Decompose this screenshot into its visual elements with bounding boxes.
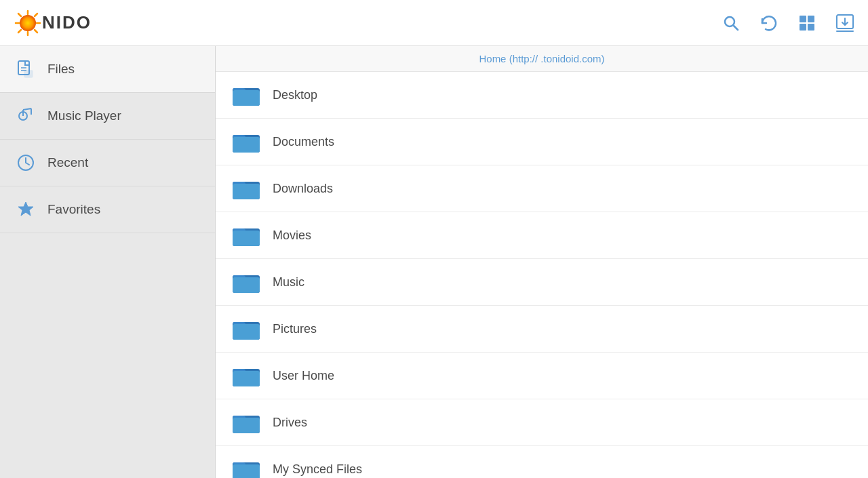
folder-name: Pictures — [273, 322, 317, 336]
svg-line-6 — [35, 14, 37, 16]
sidebar-item-favorites[interactable]: Favorites — [0, 186, 215, 233]
sidebar-recent-label: Recent — [47, 155, 88, 170]
svg-rect-14 — [808, 24, 814, 31]
svg-point-8 — [20, 15, 36, 31]
recent-icon — [15, 152, 37, 174]
svg-rect-13 — [800, 24, 806, 31]
download-manager-icon[interactable] — [835, 14, 854, 33]
folder-name: Downloads — [273, 182, 333, 196]
folder-name: Drives — [273, 416, 307, 430]
main-layout: Files Music Player Recent — [0, 46, 868, 478]
header: NIDO — [0, 0, 868, 46]
svg-rect-39 — [233, 324, 260, 340]
folder-icon — [232, 83, 260, 107]
svg-marker-27 — [18, 202, 33, 216]
music-icon — [15, 105, 37, 127]
svg-line-5 — [35, 30, 37, 33]
folder-list: Desktop Documents Downloads — [216, 72, 868, 478]
svg-line-24 — [23, 108, 31, 110]
folder-item[interactable]: Music — [216, 259, 868, 306]
svg-rect-35 — [233, 231, 260, 246]
folder-icon — [232, 457, 260, 478]
folder-name: Documents — [273, 135, 334, 149]
folder-item[interactable]: Drives — [216, 399, 868, 446]
refresh-icon[interactable] — [760, 14, 778, 33]
folder-name: User Home — [273, 369, 334, 383]
files-icon — [15, 58, 37, 80]
folder-item[interactable]: My Synced Files — [216, 446, 868, 478]
svg-rect-11 — [800, 16, 806, 22]
svg-rect-45 — [233, 464, 260, 478]
grid-icon[interactable] — [797, 14, 816, 33]
folder-icon — [232, 270, 260, 294]
folder-icon — [232, 176, 260, 201]
folder-name: Movies — [273, 228, 311, 243]
breadcrumb: Home (http:// .tonidoid.com) — [216, 46, 868, 72]
folder-icon — [232, 410, 260, 435]
svg-rect-37 — [233, 277, 260, 293]
svg-rect-22 — [24, 71, 33, 77]
sidebar-music-label: Music Player — [47, 108, 121, 123]
svg-line-10 — [734, 25, 738, 30]
favorites-icon — [15, 199, 37, 220]
svg-line-4 — [18, 14, 21, 16]
folder-icon — [232, 223, 260, 247]
svg-rect-41 — [233, 371, 260, 386]
sidebar-favorites-label: Favorites — [47, 202, 100, 217]
logo: NIDO — [14, 9, 92, 37]
sidebar-item-recent[interactable]: Recent — [0, 140, 215, 186]
folder-item[interactable]: Documents — [216, 119, 868, 165]
svg-line-7 — [18, 30, 21, 33]
folder-icon — [232, 130, 260, 154]
search-icon[interactable] — [722, 14, 741, 33]
content-area: Home (http:// .tonidoid.com) Desktop Doc… — [216, 46, 868, 478]
svg-rect-43 — [233, 418, 260, 433]
folder-item[interactable]: Downloads — [216, 165, 868, 212]
svg-rect-31 — [233, 137, 260, 153]
folder-name: Music — [273, 275, 304, 290]
folder-item[interactable]: User Home — [216, 353, 868, 399]
svg-rect-12 — [808, 16, 814, 22]
folder-name: My Synced Files — [273, 462, 362, 477]
folder-item[interactable]: Pictures — [216, 306, 868, 353]
svg-rect-29 — [233, 90, 260, 106]
sidebar-item-files[interactable]: Files — [0, 46, 215, 93]
sidebar-files-label: Files — [47, 62, 75, 77]
svg-rect-33 — [233, 184, 260, 199]
folder-item[interactable]: Desktop — [216, 72, 868, 119]
folder-item[interactable]: Movies — [216, 212, 868, 259]
folder-name: Desktop — [273, 88, 317, 102]
folder-icon — [232, 317, 260, 341]
sidebar: Files Music Player Recent — [0, 46, 216, 478]
header-actions — [722, 14, 854, 33]
folder-icon — [232, 363, 260, 388]
sidebar-item-music-player[interactable]: Music Player — [0, 93, 215, 140]
logo-text: NIDO — [42, 12, 92, 33]
logo-sun-icon — [14, 9, 42, 37]
